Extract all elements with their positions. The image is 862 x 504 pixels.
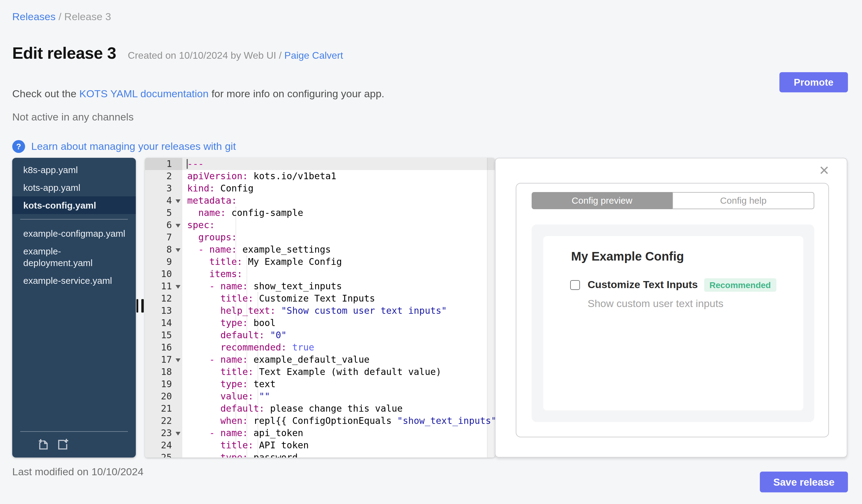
author-link[interactable]: Paige Calvert [285, 50, 343, 61]
gutter-line-number[interactable]: 25 [145, 451, 182, 457]
gutter-line-number[interactable]: 16 [145, 341, 182, 354]
code-line[interactable]: items: [182, 268, 495, 280]
code-line[interactable]: type: password [182, 451, 495, 457]
gutter-line-number[interactable]: 4 [145, 195, 182, 207]
editor-scrollbar[interactable] [487, 158, 495, 457]
sidebar-bottom [12, 431, 135, 457]
breadcrumb-releases-link[interactable]: Releases [12, 11, 56, 23]
kots-yaml-doc-link[interactable]: KOTS YAML documentation [79, 88, 209, 100]
gutter-line-number[interactable]: 13 [145, 305, 182, 317]
file-item[interactable]: example-service.yaml [12, 271, 135, 289]
upload-file-icon[interactable] [37, 438, 50, 450]
gutter-line-number[interactable]: 19 [145, 378, 182, 390]
yaml-editor[interactable]: 1234567891011121314151617181920212223242… [145, 158, 495, 457]
tab-config-preview[interactable]: Config preview [532, 192, 672, 209]
new-file-icon[interactable] [57, 438, 69, 450]
preview-tab-bar: Config preview Config help [532, 192, 814, 209]
gutter-line-number[interactable]: 11 [145, 280, 182, 292]
fold-arrow-icon[interactable] [175, 285, 181, 289]
code-line[interactable]: help_text: "Show custom user text inputs… [182, 305, 495, 317]
resize-bar [141, 299, 143, 313]
file-item[interactable]: example-deployment.yaml [12, 242, 135, 271]
fold-arrow-icon[interactable] [175, 199, 181, 203]
code-line[interactable]: - name: api_token [182, 427, 495, 439]
editor-code[interactable]: ---apiVersion: kots.io/v1beta1kind: Conf… [182, 158, 495, 457]
code-line[interactable]: when: repl{{ ConfigOptionEquals "show_te… [182, 415, 495, 427]
file-list: k8s-app.yamlkots-app.yamlkots-config.yam… [12, 161, 135, 289]
git-releases-link[interactable]: Learn about managing your releases with … [31, 141, 236, 152]
help-icon[interactable]: ? [12, 140, 25, 153]
code-line[interactable]: spec: [182, 219, 495, 231]
save-release-button[interactable]: Save release [760, 472, 848, 492]
code-line[interactable]: value: "" [182, 390, 495, 402]
code-line[interactable]: - name: example_settings [182, 243, 495, 256]
gutter-line-number[interactable]: 9 [145, 256, 182, 268]
code-line[interactable]: default: please change this value [182, 402, 495, 415]
code-line[interactable]: metadata: [182, 195, 495, 207]
code-line[interactable]: title: API token [182, 439, 495, 451]
gutter-line-number[interactable]: 6 [145, 219, 182, 231]
gutter-line-number[interactable]: 5 [145, 207, 182, 219]
fold-arrow-icon[interactable] [175, 248, 181, 252]
page: Releases / Release 3 Edit release 3 Crea… [0, 0, 862, 504]
gutter-line-number[interactable]: 14 [145, 317, 182, 329]
promote-button[interactable]: Promote [780, 72, 848, 92]
last-modified-text: Last modified on 10/10/2024 [12, 466, 143, 478]
code-line[interactable]: groups: [182, 231, 495, 243]
file-list-divider [20, 219, 128, 220]
gutter-line-number[interactable]: 3 [145, 182, 182, 195]
preview-card: Config preview Config help My Example Co… [516, 183, 829, 437]
fold-arrow-icon[interactable] [175, 432, 181, 436]
code-line[interactable]: title: My Example Config [182, 256, 495, 268]
fold-arrow-icon[interactable] [175, 358, 181, 362]
sidebar-divider [20, 431, 128, 432]
doc-line: Check out the KOTS YAML documentation fo… [12, 88, 384, 100]
code-line[interactable]: type: bool [182, 317, 495, 329]
gutter-line-number[interactable]: 2 [145, 170, 182, 182]
gutter-line-number[interactable]: 24 [145, 439, 182, 451]
gutter-line-number[interactable]: 21 [145, 402, 182, 415]
doc-line-prefix: Check out the [12, 88, 79, 100]
gutter-line-number[interactable]: 20 [145, 390, 182, 402]
code-line[interactable]: --- [182, 158, 495, 170]
config-item-label: Customize Text Inputs [588, 279, 698, 291]
code-line[interactable]: kind: Config [182, 182, 495, 195]
gutter-line-number[interactable]: 7 [145, 231, 182, 243]
gutter-line-number[interactable]: 23 [145, 427, 182, 439]
code-line[interactable]: name: config-sample [182, 207, 495, 219]
file-item[interactable]: kots-app.yaml [12, 178, 135, 196]
gutter-line-number[interactable]: 1 [145, 158, 182, 170]
config-form: My Example Config Customize Text Inputs … [543, 236, 803, 410]
file-item[interactable]: example-configmap.yaml [12, 225, 135, 242]
file-actions [12, 437, 135, 457]
gutter-line-number[interactable]: 15 [145, 329, 182, 341]
config-preview-panel: ✕ Config preview Config help My Example … [495, 158, 847, 457]
gutter-line-number[interactable]: 12 [145, 292, 182, 305]
close-icon[interactable]: ✕ [819, 164, 830, 177]
code-line[interactable]: title: Customize Text Inputs [182, 292, 495, 305]
breadcrumb-current: Release 3 [64, 11, 111, 23]
code-line[interactable]: default: "0" [182, 329, 495, 341]
code-line[interactable]: apiVersion: kots.io/v1beta1 [182, 170, 495, 182]
title-row: Edit release 3 Created on 10/10/2024 by … [12, 44, 343, 63]
code-line[interactable]: recommended: true [182, 341, 495, 354]
code-line[interactable]: type: text [182, 378, 495, 390]
customize-text-inputs-checkbox[interactable] [570, 280, 580, 290]
config-item-help-text: Show custom user text inputs [588, 298, 786, 310]
gutter-line-number[interactable]: 10 [145, 268, 182, 280]
file-item[interactable]: kots-config.yaml [12, 196, 135, 214]
code-line[interactable]: - name: example_default_value [182, 354, 495, 366]
code-line[interactable]: - name: show_text_inputs [182, 280, 495, 292]
tab-config-help[interactable]: Config help [672, 192, 814, 209]
file-item[interactable]: k8s-app.yaml [12, 161, 135, 178]
gutter-line-number[interactable]: 18 [145, 366, 182, 378]
sidebar-resize-handle[interactable] [136, 299, 143, 313]
git-line: ? Learn about managing your releases wit… [12, 140, 236, 153]
gutter-line-number[interactable]: 17 [145, 354, 182, 366]
gutter-line-number[interactable]: 8 [145, 243, 182, 256]
gutter-line-number[interactable]: 22 [145, 415, 182, 427]
code-line[interactable]: title: Text Example (with default value) [182, 366, 495, 378]
fold-arrow-icon[interactable] [175, 224, 181, 227]
breadcrumb-separator: / [56, 11, 64, 23]
file-tree-sidebar: k8s-app.yamlkots-app.yamlkots-config.yam… [12, 158, 135, 457]
